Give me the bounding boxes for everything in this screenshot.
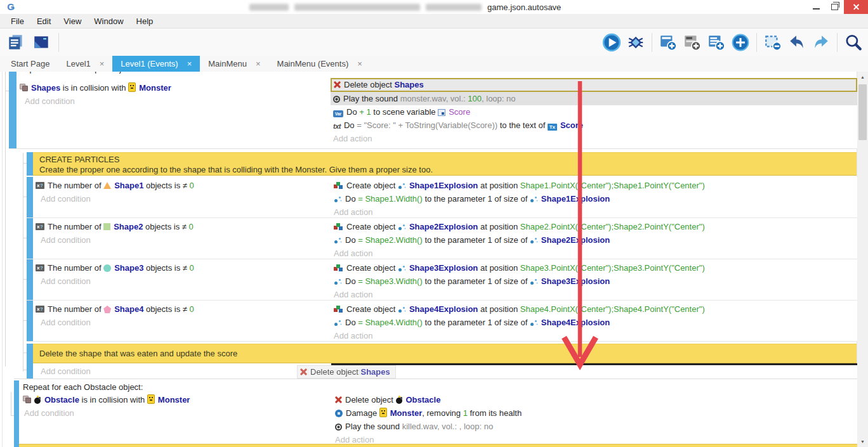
particles-icon [530,236,538,244]
play-button[interactable] [601,32,622,53]
add-condition-link[interactable]: Add condition [36,365,325,378]
add-condition-link[interactable]: Add condition [36,192,325,205]
conditions-column: x?The number of Shape4 objects is ≠ 0 Ad… [33,301,325,341]
action-row[interactable]: Play the sound killed.wav, vol.: , loop:… [332,420,857,433]
tab-level1-events-[interactable]: Level1 (Events)× [112,56,200,72]
add-action-link[interactable]: Add action [331,288,857,301]
vertical-scrollbar[interactable]: ▲ ▼ [857,72,868,447]
action-row[interactable]: Create object Shape1Explosion at positio… [331,179,857,192]
add-subevent-icon [683,33,702,52]
add-circle-button[interactable] [730,32,751,53]
scroll-down-arrow[interactable]: ▼ [857,436,868,447]
tab-close-icon[interactable]: × [100,60,105,68]
add-subevent-button[interactable] [681,32,703,53]
conditions-column: x?The number of Shape2 objects is ≠ 0 Ad… [33,218,325,259]
event-header-clipped[interactable]: Repeat for each Shapes object: [0,72,857,77]
event-repeat-obstacle[interactable]: Repeat for each Obstacle object: Obstacl… [14,379,857,447]
add-action-link[interactable]: Add action [331,329,857,342]
condition-row[interactable]: x?The number of Shape4 objects is ≠ 0 [36,302,325,316]
action-row[interactable]: Delete object Obstacle [332,393,857,406]
add-action-link[interactable]: Add action [331,365,857,379]
add-action-link[interactable]: Add action [331,247,857,260]
particles-icon [398,182,406,190]
tab-start-page[interactable]: Start Page [3,56,58,72]
menu-item-edit[interactable]: Edit [31,15,56,28]
action-row[interactable]: Do = Shape4.Width() to the parameter 1 o… [331,316,857,329]
menu-item-help[interactable]: Help [131,15,159,28]
add-condition-link[interactable]: Add condition [23,406,327,420]
create-icon [334,306,343,313]
action-row[interactable]: Damage Monster, removing 1 from its heal… [332,406,857,420]
create-icon [334,182,343,190]
add-event-button[interactable] [657,32,679,53]
action-row[interactable]: Do = Shape2.Width() to the parameter 1 o… [331,233,857,247]
redo-button[interactable] [810,32,832,53]
event-shapes-collision[interactable]: Shapes is in collision with Monster Add … [9,77,857,149]
close-button[interactable] [844,0,868,14]
menu-item-window[interactable]: Window [88,15,129,28]
event-shape-particles[interactable]: x?The number of Shape2 objects is ≠ 0 Ad… [27,218,857,259]
undo-button[interactable] [786,32,808,53]
menu-item-file[interactable]: File [5,15,30,28]
add-condition-link[interactable]: Add condition [20,94,326,108]
actions-list: Create object Shape4Explosion at positio… [331,302,857,329]
minimize-button[interactable] [807,0,825,14]
text-object-icon: Tx [548,124,557,131]
tab-mainmenu[interactable]: MainMenu× [200,56,268,72]
add-condition-link[interactable]: Add condition [36,275,325,288]
add-action-link[interactable]: Add action [331,132,857,145]
action-row[interactable]: Do = Shape1.Width() to the parameter 1 o… [331,192,857,205]
comment-create-particles[interactable]: CREATE PARTICLES Create the proper one a… [27,152,857,176]
condition-row[interactable]: Shapes is in collision with Monster [20,81,326,94]
tab-level1[interactable]: Level1× [58,56,112,72]
tab-label: Start Page [11,59,49,68]
add-condition-link[interactable]: Add condition [36,233,325,247]
scrollbar-thumb[interactable] [858,84,867,140]
create-icon [334,223,343,231]
action-row[interactable]: VarDo + 1 to scene variable Score [331,105,857,119]
action-row[interactable]: Create object Shape4Explosion at positio… [331,302,857,316]
action-row[interactable]: Create object Shape2Explosion at positio… [331,220,857,233]
add-comment-button[interactable] [706,32,727,53]
add-condition-link[interactable]: Add condition [36,316,325,329]
add-action-link[interactable]: Add action [331,205,857,219]
repeat-event-header[interactable]: Repeat for each Obstacle object: [19,379,857,393]
shape-events-group: x?The number of Shape1 objects is ≠ 0 Ad… [0,177,857,342]
event-shape-particles[interactable]: x?The number of Shape4 objects is ≠ 0 Ad… [27,301,857,342]
window-controls [807,0,868,14]
maximize-button[interactable] [825,0,844,14]
scroll-up-arrow[interactable]: ▲ [857,72,868,82]
event-shape-particles[interactable]: x?The number of Shape3 objects is ≠ 0 Ad… [27,259,857,301]
editors-window-button[interactable] [30,32,52,53]
search-button[interactable] [843,32,864,53]
action-row[interactable]: Do = Shape3.Width() to the parameter 1 o… [331,275,857,288]
menu-item-view[interactable]: View [58,15,87,28]
action-row[interactable]: Delete object Shapes [331,78,857,92]
action-row[interactable]: txtDo = "Score: " + ToString(Variable(Sc… [331,119,857,132]
event-bar [9,77,16,148]
event-shape-particles[interactable]: x?The number of Shape1 objects is ≠ 0 Ad… [27,177,857,218]
condition-row[interactable]: x?The number of Shape1 objects is ≠ 0 [36,179,325,192]
particles-icon [398,306,406,313]
monster-icon [147,394,155,404]
condition-row[interactable]: Obstacle is in collision with Monster [23,393,327,406]
action-row[interactable]: Play the sound monster.wav, vol.: 100, l… [331,92,857,105]
tab-close-icon[interactable]: × [256,60,261,68]
tab-mainmenu-events-[interactable]: MainMenu (Events)× [269,56,371,72]
event-drop-target[interactable]: Add condition Add action Delete object S… [27,363,857,379]
condition-row[interactable]: x?The number of Shape3 objects is ≠ 0 [36,261,325,275]
add-event-icon [659,33,678,52]
actions-list: Create object Shape2Explosion at positio… [331,220,857,247]
count-icon: x? [36,306,44,313]
conditions-column: x?The number of Shape3 objects is ≠ 0 Ad… [33,259,325,300]
toolbar-separator [58,33,59,52]
redacted-title-segment [294,4,420,11]
comment-delete-shape[interactable]: Delete the shape that was eaten and upda… [27,344,857,363]
remove-event-button[interactable] [762,32,784,53]
debug-button[interactable] [625,32,647,53]
project-manager-button[interactable] [5,32,27,53]
action-row[interactable]: Create object Shape3Explosion at positio… [331,261,857,275]
tab-close-icon[interactable]: × [187,60,192,68]
tab-close-icon[interactable]: × [357,60,362,68]
condition-row[interactable]: x?The number of Shape2 objects is ≠ 0 [36,220,325,233]
